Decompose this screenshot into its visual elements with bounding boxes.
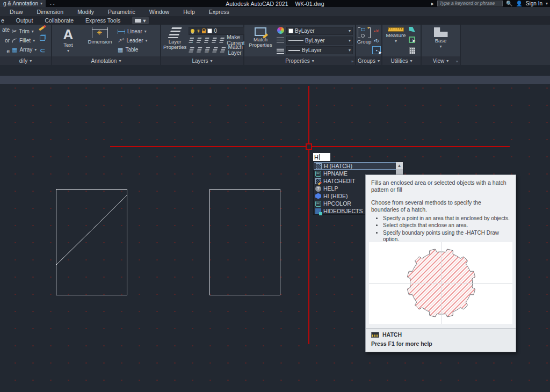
trim-button[interactable]: ✂ Trim ▾ <box>12 27 37 36</box>
array-button[interactable]: ▦ Array ▾ <box>12 45 37 54</box>
dimension-icon: ✳ <box>92 27 108 38</box>
help-search-input[interactable]: Type a keyword or phrase <box>437 1 503 6</box>
ungroup-button[interactable]: ▪✕ <box>372 27 381 35</box>
linetype-select[interactable]: ByLayer ▾ <box>286 37 353 45</box>
quick-select-icon[interactable]: ➤ <box>409 37 415 43</box>
menu-modify[interactable]: Modify <box>77 9 94 15</box>
panel-utilities: Measure ▾ ➤ Utilities ▾ <box>382 25 422 65</box>
layer-unlock-all-icon[interactable] <box>212 47 218 53</box>
fillet-button[interactable]: Fillet ▾ <box>12 36 37 45</box>
hatch-icon <box>316 163 322 169</box>
tab-collaborate[interactable]: Collaborate <box>45 17 74 24</box>
chevron-down-icon: ▾ <box>446 59 448 63</box>
panel-dialog-launcher-icon[interactable]: » <box>456 59 458 64</box>
modify-partial-rotate[interactable]: ate <box>2 27 10 33</box>
illustration-crosshair-vertical <box>441 242 442 324</box>
help-icon <box>315 186 321 192</box>
layer-freeze-icon[interactable] <box>204 38 209 43</box>
menu-dimension[interactable]: Dimension <box>37 9 64 15</box>
offset-icon[interactable]: ⊂ <box>40 47 45 54</box>
modify-partial-mirror[interactable]: or <box>5 38 10 43</box>
make-current-icon[interactable] <box>219 38 225 43</box>
match-layer-icon[interactable] <box>220 47 226 53</box>
ribbon-display-toggle-button[interactable]: ▾ <box>132 17 148 24</box>
group-button[interactable]: * Group <box>357 26 371 55</box>
tab-output[interactable]: Output <box>16 17 33 24</box>
panel-layers: Layer Properties ☀ 0 ▾ <box>161 25 244 65</box>
panel-properties: Match Properties ByLayer ▾ <box>244 25 356 65</box>
tooltip-command-name: HATCH <box>382 331 402 338</box>
search-icon[interactable]: 🔍 <box>506 1 512 6</box>
suggestion-hatch[interactable]: H (HATCH) <box>314 162 403 170</box>
text-button[interactable]: A Text ▾ <box>54 26 82 55</box>
menu-help[interactable]: Help <box>183 9 195 15</box>
panel-label-utilities[interactable]: Utilities ▾ <box>382 56 421 65</box>
command-input[interactable]: H <box>313 153 330 161</box>
make-current-row: Make Current <box>189 35 252 45</box>
panel-modify: ate or e ✂ Trim ▾ Fillet ▾ <box>0 25 52 65</box>
panel-label-annotation[interactable]: Annotation ▾ <box>52 56 160 65</box>
hide-objects-icon <box>315 208 321 214</box>
ribbon-display-icon <box>135 19 141 23</box>
panel-label-properties[interactable]: Properties ▾ » <box>244 56 355 65</box>
panel-label-modify[interactable]: dify ▾ <box>0 56 51 65</box>
group-edit-button[interactable]: ▪↻ <box>372 37 381 45</box>
diagonal-line[interactable] <box>56 189 127 295</box>
quick-calc-icon[interactable] <box>409 47 415 54</box>
panel-annotation: A Text ▾ ✳ Dimension Linear ▾ ↗° <box>52 25 161 65</box>
erase-icon[interactable] <box>39 25 46 31</box>
layer-unisolate-icon[interactable] <box>196 38 201 43</box>
sign-in-caret-icon[interactable]: ▾ <box>546 1 548 6</box>
color-wheel-icon[interactable] <box>277 27 284 34</box>
search-expand-arrow-icon[interactable]: ▸ <box>431 1 434 6</box>
hatch-illustration <box>369 242 512 324</box>
leader-button[interactable]: ↗° Leader ▾ <box>118 36 148 45</box>
copy-icon[interactable] <box>40 35 45 41</box>
menu-parametric[interactable]: Parametric <box>108 9 135 15</box>
lineweight-icon[interactable] <box>277 48 284 54</box>
rectangle-empty[interactable] <box>209 189 280 295</box>
layer-properties-button[interactable]: Layer Properties <box>163 26 186 55</box>
layer-edit-icon[interactable] <box>197 47 202 53</box>
table-button[interactable]: ▦ Table <box>118 45 148 54</box>
lineweight-select[interactable]: ByLayer ▾ <box>286 46 353 54</box>
system-variable-icon <box>315 171 321 177</box>
panel-label-layers[interactable]: Layers ▾ <box>161 56 243 65</box>
scroll-up-icon[interactable]: ▲ <box>396 162 403 169</box>
base-button[interactable]: Base ▾ <box>427 26 455 55</box>
layer-off-icon[interactable] <box>189 47 194 53</box>
menu-express[interactable]: Express <box>209 9 229 15</box>
match-properties-button[interactable]: Match Properties <box>247 26 274 55</box>
fillet-icon <box>12 39 17 43</box>
group-selection-toggle[interactable]: ▪➤ <box>372 46 381 54</box>
sign-in-button[interactable]: Sign In <box>526 1 542 6</box>
linear-dimension-button[interactable]: Linear ▾ <box>118 27 148 36</box>
chevron-down-icon: ▾ <box>33 38 35 43</box>
menu-draw[interactable]: Draw <box>10 9 23 15</box>
panel-dialog-launcher-icon[interactable]: » <box>351 59 353 64</box>
leader-icon: ↗° <box>118 38 124 43</box>
user-icon[interactable]: 👤 <box>516 1 522 6</box>
file-tab-strip[interactable] <box>0 76 550 84</box>
menu-window[interactable]: Window <box>149 9 169 15</box>
layer-properties-icon <box>168 27 182 38</box>
modify-partial-scale[interactable]: e <box>6 48 10 54</box>
layer-lock-icon[interactable] <box>212 38 217 43</box>
tooltip-bullet: Specify a point in an area that is enclo… <box>383 215 510 222</box>
panel-label-groups[interactable]: Groups ▾ <box>356 56 381 65</box>
layer-thaw-all-icon[interactable] <box>205 47 211 53</box>
tab-express-tools[interactable]: Express Tools <box>85 17 120 24</box>
measure-icon <box>388 27 404 32</box>
ribbon: ate or e ✂ Trim ▾ Fillet ▾ <box>0 25 550 65</box>
measure-button[interactable]: Measure ▾ <box>385 26 407 55</box>
tooltip-bullet: Select objects that enclose an area. <box>383 222 510 229</box>
id-point-icon[interactable] <box>409 27 415 32</box>
panel-label-view[interactable]: View ▾ » <box>422 56 460 65</box>
dimension-button[interactable]: ✳ Dimension <box>84 26 115 55</box>
tab-partial[interactable]: e <box>1 17 4 24</box>
layer-isolate-icon[interactable] <box>189 38 194 43</box>
object-color-select[interactable]: ByLayer ▾ <box>286 27 353 35</box>
linetype-icon[interactable] <box>277 38 284 44</box>
hatch-tooltip: Fills an enclosed area or selected objec… <box>365 175 516 352</box>
chevron-down-icon: ▾ <box>143 17 146 24</box>
